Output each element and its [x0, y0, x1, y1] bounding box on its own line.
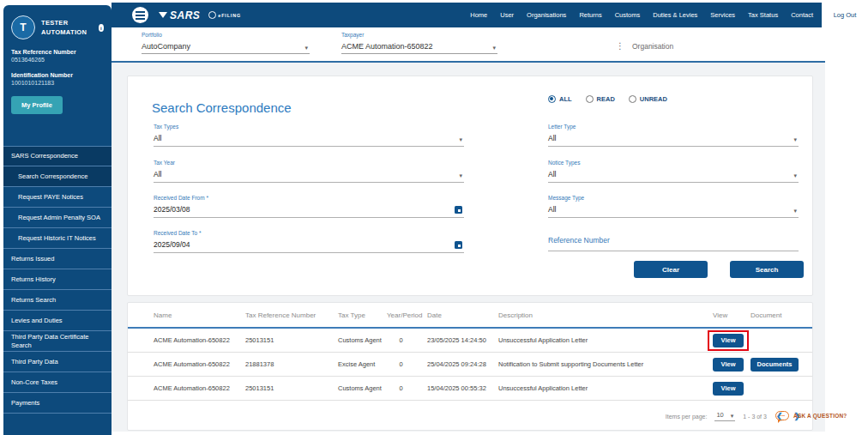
cell-year-period: 0	[387, 360, 427, 368]
avatar: T	[11, 15, 35, 39]
letter-type-select[interactable]: All ▾	[548, 130, 799, 147]
sidebar-item-label: Returns Search	[11, 296, 56, 304]
info-icon[interactable]: i	[99, 24, 104, 32]
sidebar-item-label: Returns Issued	[11, 255, 54, 263]
cell-description: Unsuccessful Application Letter	[498, 336, 713, 344]
portfolio-value: AutoCompany	[142, 42, 190, 51]
search-correspondence-panel: Search Correspondence ALL READ UNREAD Ta…	[127, 76, 813, 296]
letter-type-label: Letter Type	[548, 124, 799, 130]
sidebar-item-payments[interactable]: Payments	[3, 393, 112, 414]
sidebar-item-returns-history[interactable]: Returns History	[3, 269, 112, 290]
notice-types-value: All	[548, 170, 556, 178]
items-per-page-select[interactable]: 10 ▾	[714, 411, 735, 421]
nav-customs[interactable]: Customs	[615, 11, 641, 19]
sidebar-item-non-core-taxes[interactable]: Non-Core Taxes	[3, 372, 112, 393]
cell-year-period: 0	[387, 336, 427, 344]
cell-name: ACME Automation-650822	[154, 336, 245, 344]
table-row: ACME Automation-650822 25013151 Customs …	[128, 329, 812, 353]
sidebar-item-request-paye-notices[interactable]: Request PAYE Notices	[3, 187, 112, 208]
identification-value: 1001010121183	[11, 80, 104, 86]
sidebar-item-request-historic-it-notices[interactable]: Request Historic IT Notices	[3, 228, 112, 249]
sidebar-item-returns-issued[interactable]: Returns Issued	[3, 249, 112, 269]
view-button[interactable]: View	[713, 358, 744, 372]
view-button[interactable]: View	[713, 334, 744, 347]
chevron-down-icon: ▾	[459, 172, 462, 178]
tax-types-select[interactable]: All ▾	[154, 130, 464, 147]
chevron-down-icon: ▾	[793, 136, 797, 142]
user-name: TESTER AUTOMATION	[41, 15, 93, 38]
tax-types-value: All	[154, 134, 161, 142]
nav-returns[interactable]: Returns	[579, 11, 601, 19]
cell-date: 23/05/2025 14:24:50	[427, 336, 498, 344]
clear-button[interactable]: Clear	[634, 261, 708, 278]
table-row: ACME Automation-650822 25013151 Customs …	[128, 377, 812, 401]
received-date-to-value: 2025/09/04	[154, 240, 190, 249]
sidebar-item-label: Returns History	[11, 275, 56, 283]
nav-organisations[interactable]: Organisations	[527, 11, 566, 19]
nav-user[interactable]: User	[500, 11, 514, 19]
sidebar-item-label: Request Admin Penalty SOA	[18, 214, 100, 221]
cell-tax-reference-number: 25013151	[245, 336, 338, 344]
nav-home[interactable]: Home	[470, 11, 487, 19]
letter-type-value: All	[548, 134, 556, 142]
main-content: Search Correspondence ALL READ UNREAD Ta…	[112, 63, 825, 432]
table-row: ACME Automation-650822 21881378 Excise A…	[128, 353, 812, 377]
calendar-icon[interactable]	[455, 206, 462, 214]
sidebar-item-levies-and-duties[interactable]: Levies and Duties	[3, 311, 112, 331]
sidebar-item-label: Levies and Duties	[11, 317, 63, 324]
tax-year-label: Tax Year	[154, 160, 464, 166]
sidebar-item-label: SARS Correspondence	[11, 152, 78, 160]
reference-number-label: Reference Number	[548, 236, 799, 245]
view-button[interactable]: View	[713, 382, 744, 396]
received-date-to-label: Received Date To *	[154, 230, 464, 236]
message-type-select[interactable]: All ▾	[548, 201, 799, 218]
notice-types-select[interactable]: All ▾	[548, 166, 799, 183]
sidebar-item-request-admin-penalty-soa[interactable]: Request Admin Penalty SOA	[3, 208, 112, 228]
my-profile-button[interactable]: My Profile	[11, 96, 63, 114]
highlight-box: View	[708, 330, 749, 351]
nav-tax-status[interactable]: Tax Status	[748, 11, 778, 19]
radio-read-label: READ	[597, 95, 615, 103]
documents-button[interactable]: Documents	[750, 358, 799, 372]
ask-a-question-widget[interactable]: ... ASK A QUESTION?	[775, 411, 847, 420]
calendar-icon[interactable]	[455, 241, 462, 249]
cell-tax-reference-number: 25013151	[245, 384, 338, 392]
kebab-menu-icon[interactable]: ⋮	[616, 41, 624, 51]
radio-read[interactable]: READ	[586, 95, 615, 103]
chevron-down-icon: ▾	[459, 136, 462, 142]
nav-services[interactable]: Services	[710, 11, 735, 19]
sidebar-item-third-party-data[interactable]: Third Party Data	[3, 352, 112, 372]
received-date-to-input[interactable]: 2025/09/04	[154, 236, 464, 253]
tax-year-select[interactable]: All ▾	[154, 166, 464, 183]
cell-tax-type: Customs Agent	[338, 384, 387, 392]
nav-contact[interactable]: Contact	[791, 11, 813, 19]
page-range-label: 1 - 3 of 3	[743, 414, 767, 420]
sidebar-item-label: Request PAYE Notices	[18, 193, 83, 201]
sidebar-item-returns-search[interactable]: Returns Search	[3, 290, 112, 311]
radio-unread[interactable]: UNREAD	[629, 95, 667, 103]
portfolio-select[interactable]: AutoCompany ▾	[142, 38, 310, 54]
items-per-page-value: 10	[716, 411, 723, 419]
sidebar-item-third-party-data-certificate-search[interactable]: Third Party Data Certificate Search	[3, 331, 112, 352]
col-tax-reference-number: Tax Reference Number	[245, 311, 338, 319]
table-header-row: Name Tax Reference Number Tax Type Year/…	[128, 303, 812, 329]
col-view: View	[713, 311, 750, 319]
received-date-from-input[interactable]: 2025/03/08	[154, 201, 464, 218]
sidebar-item-search-correspondence[interactable]: Search Correspondence	[3, 166, 112, 187]
hamburger-menu-icon[interactable]	[132, 7, 148, 23]
search-button[interactable]: Search	[730, 261, 804, 278]
radio-unselected-icon	[586, 95, 594, 103]
efiling-logo-text: eFILING	[218, 13, 241, 18]
logout-button[interactable]: Log Out	[822, 3, 868, 27]
col-name: Name	[154, 311, 245, 319]
top-navigation-bar: SARS eFILING Home User Organisations Ret…	[112, 3, 822, 27]
col-document: Document	[750, 311, 807, 319]
sidebar-item-sars-correspondence[interactable]: SARS Correspondence	[3, 146, 112, 166]
nav-duties-levies[interactable]: Duties & Levies	[653, 11, 697, 19]
taxpayer-select[interactable]: ACME Automation-650822 ▾	[341, 38, 497, 54]
radio-all[interactable]: ALL	[548, 95, 572, 103]
reference-number-input[interactable]	[548, 250, 799, 251]
items-per-page-label: Items per page:	[666, 414, 708, 420]
page-title: Search Correspondence	[152, 100, 292, 115]
entity-type-label: Organisation	[632, 42, 673, 51]
